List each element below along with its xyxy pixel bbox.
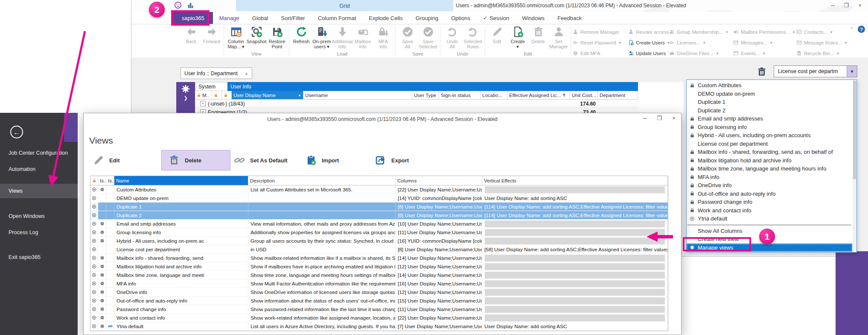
- ribbon-button-on-prem-users[interactable]: On-premusers ▾: [312, 26, 332, 49]
- scrollbar[interactable]: [853, 80, 856, 252]
- view-row-license-cost-per-department[interactable]: License cost per departmentin USD[8] Use…: [90, 245, 668, 254]
- row-select-icon[interactable]: [90, 194, 98, 202]
- ribbon-item-onedrive-files[interactable]: OneDrive Files...▾: [669, 48, 733, 58]
- collapse-ribbon-icon[interactable]: ⌃: [850, 26, 853, 32]
- view-row-onedrive-info[interactable]: OneDrive infoShow OneDrive information o…: [90, 288, 668, 297]
- grid-column-lock-2[interactable]: [222, 91, 232, 100]
- grid-column-unit-cost[interactable]: Unit Cost...: [570, 91, 598, 100]
- ribbon-button-edit[interactable]: Edit: [487, 26, 507, 44]
- ribbon-button-restore-point[interactable]: RestorePoint: [267, 26, 287, 49]
- table-header-lock[interactable]: [90, 176, 98, 185]
- row-select-icon[interactable]: [90, 185, 98, 194]
- view-option-duplicate-2[interactable]: Duplicate 2: [687, 106, 852, 115]
- dialog-toolbar-delete[interactable]: Delete: [161, 150, 230, 170]
- ribbon-item-events[interactable]: Events...▾: [733, 48, 796, 58]
- grid-column-m[interactable]: M..: [195, 91, 212, 100]
- view-option-demo-update-on-prem[interactable]: DEMO update on-prem: [687, 90, 852, 98]
- ribbon-button-undo-all[interactable]: UndoAll: [442, 26, 463, 49]
- ribbon-button-create[interactable]: Create▾: [507, 26, 528, 49]
- ribbon-button-mfa-info[interactable]: MFAinfo: [373, 26, 393, 49]
- help-icon[interactable]: ?: [858, 26, 865, 33]
- tab-explode-cells[interactable]: Explode Cells: [362, 12, 409, 24]
- sidebar-item-open-windows[interactable]: Open Windows: [0, 212, 78, 220]
- row-select-icon[interactable]: [90, 211, 98, 219]
- sidebar-item-exit-sapio365[interactable]: Exit sapio365: [0, 253, 78, 262]
- tab-feedback[interactable]: Feedback: [551, 12, 588, 24]
- ribbon-button-delete[interactable]: Delete: [528, 26, 548, 44]
- row-select-icon[interactable]: [90, 271, 98, 279]
- row-select-icon[interactable]: [90, 262, 98, 270]
- view-option-custom-attributes[interactable]: Custom Attributes: [687, 81, 852, 90]
- view-option-ytria-default[interactable]: Ytria default: [687, 215, 852, 223]
- grid-tools-panel[interactable]: ❯: [176, 82, 195, 114]
- ribbon-item-licenses[interactable]: Licenses...▾: [669, 37, 733, 48]
- grid-column-department[interactable]: Department: [598, 91, 638, 100]
- view-option-email-and-smtp-addresses[interactable]: Email and smtp addresses: [687, 115, 852, 123]
- group-by-chip[interactable]: User Info :: Department ▲: [181, 68, 252, 79]
- table-header-is[interactable]: Is...: [98, 176, 106, 185]
- dialog-minimize-icon[interactable]: ─: [641, 115, 649, 121]
- view-row-mfa-info[interactable]: MFA infoShow Multi Factor Authentication…: [90, 279, 668, 288]
- view-option-license-cost-per-department[interactable]: License cost per department: [687, 140, 852, 148]
- view-option-group-licensing-info[interactable]: Group licensing info: [687, 123, 852, 132]
- back-button[interactable]: ←: [10, 126, 23, 138]
- row-select-icon[interactable]: [90, 203, 98, 211]
- ribbon-item-reset-password[interactable]: Reset Password▾: [573, 37, 628, 48]
- ribbon-button-additional-info[interactable]: AdditionalInfo: [332, 26, 352, 49]
- sidebar-item-views[interactable]: Views: [0, 184, 78, 198]
- view-option-onedrive-info[interactable]: OneDrive info: [687, 181, 852, 190]
- view-row-custom-attributes[interactable]: Custom AttributesList all Custom Attribu…: [90, 185, 668, 194]
- view-option-mailbox-time-zone-language-and-meeting-hours-info[interactable]: Mailbox time zone, language and meeting …: [687, 165, 852, 173]
- window-minimize-icon[interactable]: ─: [827, 1, 839, 9]
- view-selector-combobox[interactable]: License cost per departm ▼: [774, 65, 857, 77]
- ribbon-button-forward[interactable]: Forward: [201, 26, 222, 44]
- row-select-icon[interactable]: [90, 237, 98, 245]
- grid-band-system[interactable]: System: [195, 82, 227, 91]
- view-option-hybrid-all-users-including-on-prem-accounts[interactable]: Hybrid - All users, including on-prem ac…: [687, 131, 852, 140]
- expand-icon[interactable]: +: [200, 101, 206, 106]
- dialog-toolbar-import[interactable]: Import: [306, 150, 339, 170]
- tab-global[interactable]: Global: [246, 12, 275, 24]
- row-select-icon[interactable]: [90, 305, 98, 313]
- grid-column-lock-1[interactable]: [212, 91, 222, 100]
- ribbon-button-set-manager[interactable]: SetManager: [548, 26, 569, 49]
- sidebar-item-job-center-configuration[interactable]: Job Center Configuration: [0, 149, 78, 157]
- tab-manage[interactable]: Manage: [213, 12, 246, 24]
- view-row-ytria-default[interactable]: Ytria defaultList all users in Azure Act…: [90, 322, 668, 331]
- ribbon-item-update-users[interactable]: Update Users▾: [628, 48, 669, 58]
- ribbon-item-remove-manager[interactable]: Remove Manager: [573, 26, 628, 37]
- table-header-name[interactable]: Name: [114, 176, 248, 185]
- dialog-toolbar-set-as-default[interactable]: Set As Default: [234, 150, 288, 170]
- ribbon-button-refresh[interactable]: Refresh: [291, 26, 312, 44]
- ribbon-button-save-all[interactable]: SaveAll: [397, 26, 418, 49]
- row-select-icon[interactable]: [90, 228, 98, 236]
- grid-column-locatio[interactable]: Locatio...: [481, 91, 507, 100]
- row-select-icon[interactable]: [90, 220, 98, 228]
- row-select-icon[interactable]: [90, 245, 98, 253]
- tab-options[interactable]: Options: [445, 12, 477, 24]
- view-option-mailbox-litigation-hold-and-archive-info[interactable]: Mailbox litigation hold and archive info: [687, 156, 852, 165]
- view-row-password-change-info[interactable]: Password change infoShow password-relate…: [90, 305, 668, 314]
- row-select-icon[interactable]: [90, 314, 98, 322]
- tab-windows[interactable]: Windows: [516, 12, 551, 24]
- table-header-columns[interactable]: Columns: [396, 176, 482, 185]
- view-option-work-and-contact-info[interactable]: Work and contact info: [687, 206, 852, 215]
- view-row-mailbox-litigation-hold-and-archive-info[interactable]: Mailbox litigation hold and archive info…: [90, 262, 668, 271]
- row-select-icon[interactable]: [90, 279, 98, 288]
- row-select-icon[interactable]: [90, 322, 98, 330]
- sidebar-item-automation[interactable]: Automation: [0, 165, 78, 173]
- view-option-mfa-info[interactable]: MFA info: [687, 173, 852, 182]
- grid-column-effective-assigned-lic[interactable]: Effective Assigned Lic...: [507, 91, 570, 100]
- grid-band-user-info[interactable]: User Info: [227, 82, 638, 91]
- ribbon-item-messages[interactable]: Messages...▾: [733, 37, 796, 48]
- grid-column-user-type[interactable]: User Type: [412, 91, 439, 100]
- row-select-icon[interactable]: [90, 288, 98, 296]
- ribbon-button-column-map[interactable]: ColumnMap... ▾: [226, 26, 246, 49]
- view-option-duplicate-1[interactable]: Duplicate 1: [687, 98, 852, 106]
- sidebar-item-process-log[interactable]: Process Log: [0, 228, 78, 237]
- view-option-mailbox-info-shared-forwarding-send-as-on-behalf-of[interactable]: Mailbox info - shared, forwarding, send …: [687, 148, 852, 156]
- ribbon-button-selected-rows[interactable]: SelectedRows: [463, 26, 483, 49]
- view-row-demo-update-on-prem[interactable]: DEMO update on-prem[14] YUID: commonDisp…: [90, 194, 668, 203]
- view-row-duplicate-1[interactable]: Duplicate 1[8] User Display Name;Usernam…: [90, 203, 668, 211]
- ribbon-button-back[interactable]: Back: [181, 26, 201, 44]
